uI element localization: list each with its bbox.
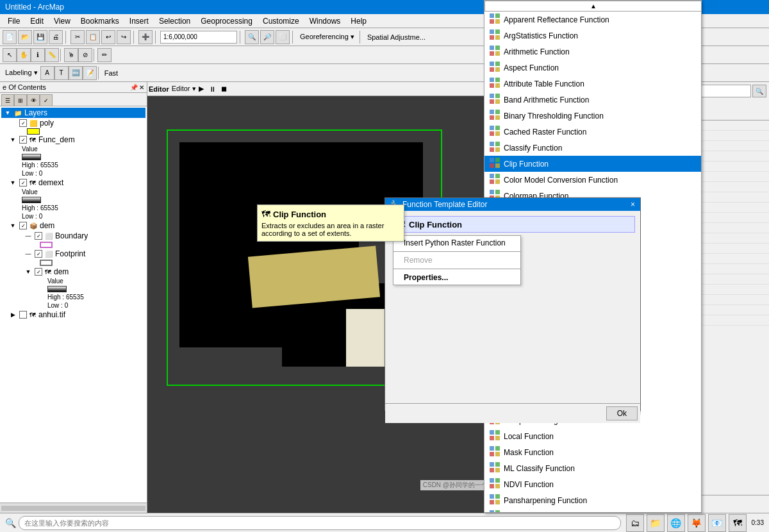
- layers-group[interactable]: ▼ 📁 Layers: [1, 108, 145, 118]
- anhui-checkbox[interactable]: [19, 311, 27, 319]
- ctx-separator2: [393, 269, 520, 269]
- toc-tab-list[interactable]: ☰: [1, 94, 14, 106]
- layer-dem-parent[interactable]: ▼ ✓ 📦 dem: [6, 220, 145, 231]
- remove-item[interactable]: Remove: [393, 253, 520, 267]
- toc-tab-sel[interactable]: ✓: [40, 94, 53, 106]
- menu-insert[interactable]: Insert: [124, 15, 154, 27]
- label-tool4[interactable]: 📝: [83, 66, 97, 80]
- clear-select-btn[interactable]: ⊘: [78, 48, 92, 62]
- menu-selection[interactable]: Selection: [154, 15, 195, 27]
- taskbar-search-input[interactable]: [19, 516, 621, 530]
- insert-python-item[interactable]: Insert Python Raster Function: [393, 236, 520, 250]
- measure-btn[interactable]: 📏: [45, 48, 59, 62]
- poly-checkbox[interactable]: ✓: [19, 119, 27, 127]
- add-data-btn[interactable]: ➕: [138, 30, 153, 44]
- dropdown-item-aspect-function[interactable]: Aspect Function: [484, 60, 701, 76]
- editor-dialog-close[interactable]: ×: [631, 200, 635, 209]
- dropdown-item-apparent-reflectance-function[interactable]: Apparent Reflectance Function: [484, 12, 701, 28]
- georef-label[interactable]: Georeferencing ▾: [297, 33, 357, 41]
- layer-boundary[interactable]: — ✓ ⬜ Boundary: [22, 231, 145, 241]
- dropdown-item-label: Apparent Reflectance Function: [504, 15, 609, 24]
- label-tool1[interactable]: A: [40, 66, 54, 80]
- menu-help[interactable]: Help: [345, 15, 372, 27]
- redo-btn[interactable]: ↪: [117, 30, 131, 44]
- save-btn[interactable]: 💾: [33, 30, 47, 44]
- search-button[interactable]: 🔍: [752, 85, 766, 97]
- label-tool3[interactable]: 🔤: [69, 66, 83, 80]
- taskbar-mail-icon[interactable]: 📧: [708, 514, 726, 532]
- taskbar-arcmap-icon[interactable]: 🗺: [729, 514, 747, 532]
- label-tool2[interactable]: T: [54, 66, 69, 80]
- dropdown-item-cached-raster-function[interactable]: Cached Raster Function: [484, 124, 701, 140]
- layer-footprint[interactable]: — ✓ ⬜ Footprint: [22, 249, 145, 259]
- dropdown-item-pixel-to-vector-function[interactable]: Pixel-To-Vector Function: [484, 508, 701, 513]
- editor-tool2[interactable]: ⏸: [206, 85, 219, 93]
- taskbar-folder-icon[interactable]: 📁: [647, 514, 665, 532]
- layer-funcddem[interactable]: ▼ ✓ 🗺 Func_dem: [6, 135, 145, 145]
- clip-function-node[interactable]: 🗺 Clip Function: [390, 216, 635, 233]
- dem-checkbox[interactable]: ✓: [19, 222, 27, 229]
- dropdown-item-binary-thresholding-function[interactable]: Binary Thresholding Function: [484, 108, 701, 124]
- layer-poly[interactable]: ✓ 🟨 poly: [6, 118, 145, 128]
- dropdown-item-ml-classify-function[interactable]: ML Classify Function: [484, 460, 701, 476]
- taskbar-firefox-icon[interactable]: 🦊: [688, 514, 706, 532]
- funcddem-checkbox[interactable]: ✓: [19, 136, 27, 144]
- menu-view[interactable]: View: [49, 15, 76, 27]
- scale-input[interactable]: 1:6,000,000: [160, 31, 237, 44]
- menu-customize[interactable]: Customize: [258, 15, 304, 27]
- dropdown-item-argstatistics-function[interactable]: ArgStatistics Function: [484, 28, 701, 44]
- toc-close-icon[interactable]: ✕: [139, 84, 144, 91]
- editor-tool3[interactable]: ◼: [219, 85, 229, 93]
- dropdown-item-arithmetic-function[interactable]: Arithmetic Function: [484, 44, 701, 60]
- menu-file[interactable]: File: [3, 15, 25, 27]
- scroll-up-arrow[interactable]: ▲: [484, 1, 702, 12]
- layers-expand-icon[interactable]: ▼: [4, 110, 12, 116]
- dropdown-item-pansharpening-function[interactable]: Pansharpening Function: [484, 492, 701, 508]
- dropdown-item-local-function[interactable]: Local Function: [484, 428, 701, 444]
- dropdown-item-attribute-table-function[interactable]: Attribute Table Function: [484, 76, 701, 92]
- identify-btn[interactable]: ℹ: [31, 48, 45, 62]
- taskbar-explorer-icon[interactable]: 🗂: [626, 514, 644, 532]
- pan-btn[interactable]: ✋: [17, 48, 31, 62]
- toc-tab-vis[interactable]: 👁: [27, 94, 40, 106]
- ok-button[interactable]: Ok: [606, 406, 638, 420]
- select-btn[interactable]: ↖: [3, 48, 17, 62]
- toc-scrollbar[interactable]: [0, 503, 147, 513]
- footprint-checkbox[interactable]: ✓: [35, 250, 42, 258]
- layer-demext[interactable]: ▼ ✓ 🗺 demext: [6, 178, 145, 188]
- new-btn[interactable]: 📄: [3, 30, 17, 44]
- menu-edit[interactable]: Edit: [25, 15, 49, 27]
- dropdown-item-clip-function[interactable]: Clip Function: [484, 156, 701, 172]
- properties-item[interactable]: Properties...: [393, 270, 520, 285]
- layer-anhui[interactable]: ▶ 🗺 anhui.tif: [6, 310, 145, 320]
- zoom-in-btn[interactable]: 🔍: [245, 30, 259, 44]
- editor-tool1[interactable]: ▶: [196, 85, 206, 93]
- menu-bookmarks[interactable]: Bookmarks: [76, 15, 124, 27]
- taskbar-edge-icon[interactable]: 🌐: [667, 514, 685, 532]
- dropdown-item-mask-function[interactable]: Mask Function: [484, 444, 701, 460]
- layer-dem-child[interactable]: ▼ ✓ 🗺 dem: [22, 267, 145, 277]
- labeling-label[interactable]: Labeling ▾: [3, 69, 40, 77]
- cut-btn[interactable]: ✂: [70, 30, 85, 44]
- menu-geoprocessing[interactable]: Geoprocessing: [195, 15, 258, 27]
- open-btn[interactable]: 📂: [18, 30, 32, 44]
- zoom-out-btn[interactable]: 🔎: [260, 30, 274, 44]
- toc-tab-source[interactable]: ⊞: [14, 94, 27, 106]
- copy-btn[interactable]: 📋: [86, 30, 100, 44]
- dem-child-checkbox[interactable]: ✓: [35, 268, 42, 276]
- toc-pin-icon[interactable]: 📌: [130, 84, 138, 91]
- menu-windows[interactable]: Windows: [304, 15, 346, 27]
- select-features-btn[interactable]: 🖱: [64, 48, 78, 62]
- boundary-checkbox[interactable]: ✓: [35, 232, 42, 240]
- zoom-full-btn[interactable]: ⬜: [276, 30, 290, 44]
- undo-btn[interactable]: ↩: [101, 30, 115, 44]
- edit-btn[interactable]: ✏: [97, 48, 112, 62]
- demext-checkbox[interactable]: ✓: [19, 179, 27, 187]
- editor-menu[interactable]: Editor ▾: [172, 85, 196, 93]
- print-btn[interactable]: 🖨: [49, 30, 63, 44]
- raster-function-icon: [490, 94, 500, 106]
- dropdown-item-color-model-conversion-function[interactable]: Color Model Conversion Function: [484, 172, 701, 188]
- dropdown-item-band-arithmetic-function[interactable]: Band Arithmetic Function: [484, 92, 701, 108]
- dropdown-item-ndvi-function[interactable]: NDVI Function: [484, 476, 701, 492]
- dropdown-item-classify-function[interactable]: Classify Function: [484, 140, 701, 156]
